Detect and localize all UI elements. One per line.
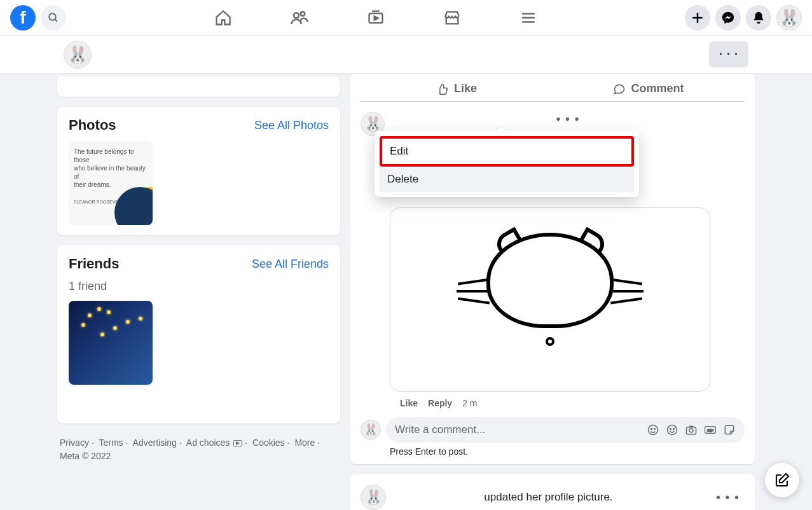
comment-hint: Press Enter to post. xyxy=(390,446,745,457)
friends-icon xyxy=(290,8,309,27)
main-content: Photos See All Photos The future belongs… xyxy=(0,74,812,510)
photo-thumbnail[interactable]: The future belongs to those who believe … xyxy=(69,141,153,225)
svg-point-12 xyxy=(651,429,652,430)
facebook-logo[interactable]: f xyxy=(10,5,36,31)
footer-cookies[interactable]: Cookies xyxy=(252,438,285,448)
svg-point-14 xyxy=(668,425,677,435)
see-all-photos-link[interactable]: See All Photos xyxy=(254,119,329,132)
friends-count: 1 friend xyxy=(69,280,329,293)
bell-icon xyxy=(752,11,766,25)
card-stub xyxy=(57,76,340,97)
comment-image[interactable] xyxy=(390,207,710,392)
nav-marketplace[interactable] xyxy=(416,3,488,33)
plus-icon xyxy=(691,11,704,24)
svg-point-3 xyxy=(300,11,305,16)
footer-meta: Meta © 2022 xyxy=(60,451,111,461)
create-button[interactable] xyxy=(685,5,710,31)
my-avatar-small[interactable]: 🐰 xyxy=(361,420,381,440)
comment-row: 🐰 • • • Edit Delete xyxy=(361,112,745,136)
bunny-avatar-icon: 🐰 xyxy=(364,117,382,131)
nav-watch[interactable] xyxy=(340,3,411,33)
notifications-button[interactable] xyxy=(746,5,771,31)
avatar-sticker-icon[interactable] xyxy=(647,424,659,436)
comment-reply-button[interactable]: Reply xyxy=(428,398,452,408)
svg-point-18 xyxy=(689,429,693,432)
like-icon xyxy=(436,83,449,95)
search-button[interactable] xyxy=(41,5,66,31)
messenger-button[interactable] xyxy=(715,5,741,31)
comment-meta: Like Reply 2 m xyxy=(400,398,745,408)
friends-card: Friends See All Friends 1 friend xyxy=(57,245,340,424)
nav-friends[interactable] xyxy=(264,3,335,33)
post2-avatar[interactable]: 🐰 xyxy=(361,485,386,510)
bunny-avatar-icon: 🐰 xyxy=(67,46,88,63)
post-card-2: 🐰 updated her profile picture. • • • xyxy=(350,474,755,510)
home-icon xyxy=(214,9,232,27)
post-action-row: Like Comment xyxy=(361,74,745,102)
footer-links: Privacy· Terms· Advertising· Ad choices … xyxy=(57,436,340,463)
bunny-avatar-icon: 🐰 xyxy=(779,10,799,26)
top-navbar: f 🐰 xyxy=(0,0,812,36)
svg-point-16 xyxy=(673,429,675,430)
watch-icon xyxy=(367,9,385,27)
profile-more-button[interactable]: · · · xyxy=(709,41,748,67)
svg-point-2 xyxy=(294,13,299,18)
comment-input[interactable]: Write a comment... GIF xyxy=(386,417,745,443)
like-button[interactable]: Like xyxy=(361,76,553,101)
profile-avatar-small[interactable]: 🐰 xyxy=(64,41,92,69)
comment-like-button[interactable]: Like xyxy=(400,398,418,408)
post2-text: updated her profile picture. xyxy=(394,491,703,504)
compose-fab[interactable] xyxy=(765,463,799,497)
emoji-icon[interactable] xyxy=(666,424,678,436)
topbar-center-nav xyxy=(188,3,564,33)
search-icon xyxy=(48,12,59,24)
camera-icon[interactable] xyxy=(685,424,698,436)
post-card: Like Comment 🐰 • • • Edit Delete xyxy=(350,74,755,464)
dropdown-edit[interactable]: Edit xyxy=(380,136,634,167)
marketplace-icon xyxy=(443,9,461,27)
friends-title: Friends xyxy=(69,256,119,272)
dropdown-delete[interactable]: Delete xyxy=(380,167,634,192)
comment-placeholder: Write a comment... xyxy=(395,424,485,436)
account-avatar[interactable]: 🐰 xyxy=(776,5,802,31)
compose-icon xyxy=(774,472,790,488)
svg-point-0 xyxy=(49,13,56,20)
write-comment-row: 🐰 Write a comment... GIF xyxy=(361,417,745,443)
svg-point-11 xyxy=(649,425,658,435)
menu-icon xyxy=(520,10,537,26)
comment-button[interactable]: Comment xyxy=(553,76,745,101)
svg-text:GIF: GIF xyxy=(707,428,713,432)
gif-icon[interactable]: GIF xyxy=(704,424,717,436)
comment-options-button[interactable]: • • • xyxy=(551,109,584,128)
comment-timestamp: 2 m xyxy=(462,398,477,408)
footer-terms[interactable]: Terms xyxy=(99,438,123,448)
footer-advertising[interactable]: Advertising xyxy=(133,438,177,448)
bunny-avatar-icon: 🐰 xyxy=(364,424,378,436)
friend-thumbnail[interactable] xyxy=(69,301,153,385)
comment-input-icons: GIF xyxy=(647,424,736,436)
photos-card: Photos See All Photos The future belongs… xyxy=(57,107,340,235)
post2-options-button[interactable]: • • • xyxy=(711,488,745,507)
adchoices-icon xyxy=(233,440,242,446)
nav-menu[interactable] xyxy=(493,3,564,33)
photos-title: Photos xyxy=(69,117,116,134)
svg-point-15 xyxy=(670,429,671,430)
topbar-right: 🐰 xyxy=(685,5,802,31)
footer-more[interactable]: More xyxy=(294,438,315,448)
kitty-image xyxy=(477,226,623,373)
topbar-left: f xyxy=(10,5,66,31)
messenger-icon xyxy=(721,11,735,25)
see-all-friends-link[interactable]: See All Friends xyxy=(252,258,329,271)
comment-icon xyxy=(613,83,626,95)
svg-point-13 xyxy=(654,429,656,430)
left-column: Photos See All Photos The future belongs… xyxy=(57,74,340,510)
footer-adchoices[interactable]: Ad choices xyxy=(186,438,230,448)
footer-privacy[interactable]: Privacy xyxy=(60,438,89,448)
sticker-icon[interactable] xyxy=(723,424,736,436)
comment-options-dropdown: Edit Delete xyxy=(375,131,639,197)
bunny-avatar-icon: 🐰 xyxy=(365,490,382,504)
profile-subbar: 🐰 · · · xyxy=(0,36,812,74)
right-column: Like Comment 🐰 • • • Edit Delete xyxy=(350,74,755,510)
svg-line-1 xyxy=(55,19,57,22)
nav-home[interactable] xyxy=(188,3,259,33)
